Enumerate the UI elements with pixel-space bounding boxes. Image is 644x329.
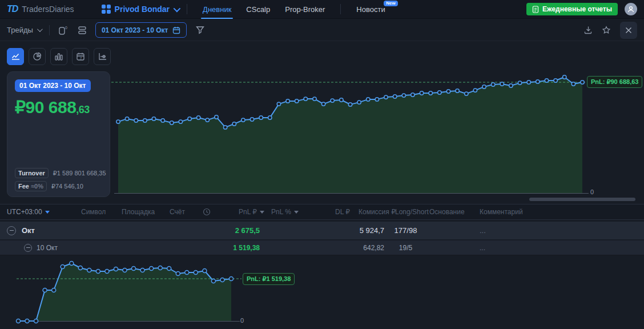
close-icon (625, 27, 632, 34)
filter-funnel-icon[interactable] (196, 26, 204, 34)
col-pnl-rub[interactable]: PnL ₽ (239, 204, 264, 219)
day-pnl-chart[interactable] (11, 256, 263, 327)
view-selector-trades[interactable]: Трейды (7, 26, 41, 34)
calendar-view-tab[interactable]: 7 (72, 48, 89, 65)
main-pnl-flag: PnL: ₽90 688,63 (587, 76, 642, 88)
calendar-icon (172, 26, 180, 34)
collapse-minus-icon[interactable] (7, 222, 16, 239)
layout-rows-icon[interactable] (77, 25, 87, 35)
divider (187, 4, 187, 14)
chevron-down-icon (37, 26, 43, 32)
sort-arrow-icon (260, 211, 264, 214)
col-commission[interactable]: Комиссия ₽ (359, 204, 396, 219)
collapse-minus-icon[interactable] (24, 240, 32, 255)
bar-chart-tab[interactable] (50, 48, 67, 65)
col-time clock-icon[interactable] (203, 204, 211, 219)
daily-reports-button[interactable]: Ежедневные отчеты (526, 3, 618, 15)
row-comment: ... (480, 240, 485, 255)
fee-label: Fee ≈0% (15, 181, 47, 191)
traders-diaries-app: TD TradersDiaries Privod Bondar Дневник … (0, 0, 644, 329)
row-long-short-value: 19/5 (393, 240, 418, 255)
row-pnl-value: 2 675,5 (217, 222, 260, 239)
sort-arrow-icon (45, 211, 50, 214)
trades-table-header: UTC+03:00 Символ Площадка Счёт PnL ₽ PnL… (0, 204, 644, 220)
row-period-name: Окт (22, 222, 35, 239)
col-dl[interactable]: DL ₽ (335, 204, 350, 219)
user-avatar-icon[interactable] (625, 3, 637, 15)
period-pnl-value: ₽90 688,63 (15, 97, 90, 117)
tab-prop-broker[interactable]: Prop-Broker (277, 0, 332, 19)
download-icon[interactable] (584, 26, 593, 34)
document-report-icon (532, 6, 539, 13)
divider (340, 4, 341, 14)
period-badge[interactable]: 01 Окт 2023 - 10 Окт (15, 79, 91, 92)
tab-diary[interactable]: Дневник (195, 0, 239, 19)
bar-chart-icon (54, 52, 63, 61)
row-commission-value: 642,82 (341, 240, 384, 255)
app-logo[interactable]: TD TradersDiaries (7, 4, 74, 14)
day-chart-zero-label: 0 (240, 317, 244, 324)
day-pnl-flag: PnL: ₽1 519,38 (243, 273, 295, 285)
workspace-name: Privod Bondar (115, 5, 170, 14)
row-pnl-value: 1 519,38 (217, 240, 260, 255)
star-icon[interactable] (602, 26, 611, 35)
calendar-week-icon: 7 (76, 52, 85, 61)
col-pnl-pct[interactable]: PnL % (271, 204, 299, 219)
chart-type-switcher: 7 (7, 48, 111, 65)
period-summary-card: 01 Окт 2023 - 10 Окт ₽90 688,63 Turnover… (7, 71, 110, 197)
fee-value: ₽74 546,10 (51, 183, 83, 190)
table-row-month[interactable]: Окт 2 675,5 5 924,7 177/98 ... (0, 222, 644, 239)
col-account[interactable]: Счёт (170, 204, 185, 219)
app-title: TradersDiaries (22, 5, 74, 14)
tab-news[interactable]: Новости New (349, 0, 392, 19)
turnover-value: ₽1 589 801 668,35 (53, 170, 106, 177)
tab-cscalp[interactable]: CScalp (239, 0, 277, 19)
col-basis[interactable]: Основание (429, 204, 465, 219)
line-chart-tab[interactable] (7, 48, 24, 65)
main-tabs: Дневник CScalp Prop-Broker Новости New (195, 0, 393, 19)
row-long-short-value: 177/98 (393, 222, 418, 239)
date-range-picker[interactable]: 01 Окт 2023 - 10 Окт (95, 22, 187, 38)
benchmark-chart-icon (98, 52, 107, 61)
col-symbol[interactable]: Символ (81, 204, 106, 219)
turnover-label: Turnover (15, 168, 49, 178)
positions-icon[interactable]: 0 (58, 25, 69, 35)
fee-stat: Fee ≈0% ₽74 546,10 (15, 181, 83, 191)
col-comment[interactable]: Комментарий (480, 204, 523, 219)
table-row-day[interactable]: 10 Окт 1 519,38 642,82 19/5 ... (0, 240, 644, 255)
pie-chart-tab[interactable] (29, 48, 46, 65)
close-button[interactable] (620, 22, 637, 39)
briefcase-grid-icon (102, 5, 111, 14)
col-venue[interactable]: Площадка (122, 204, 155, 219)
turnover-stat: Turnover ₽1 589 801 668,35 (15, 168, 106, 178)
sort-arrow-icon (294, 211, 299, 214)
col-long-short[interactable]: Long/Short (395, 204, 429, 219)
row-commission-value: 5 924,7 (341, 222, 384, 239)
main-pnl-chart[interactable] (111, 73, 591, 195)
svg-text:7: 7 (80, 57, 82, 60)
utc-offset-selector[interactable]: UTC+03:00 (7, 204, 50, 219)
new-badge: New (384, 1, 397, 6)
top-navigation-bar: TD TradersDiaries Privod Bondar Дневник … (0, 0, 644, 19)
divider (49, 25, 50, 35)
row-comment: ... (480, 222, 486, 239)
line-chart-icon (11, 52, 21, 61)
view-toolbar: Трейды 0 01 Окт 2023 - 10 Окт (0, 19, 644, 41)
main-chart-zero-label: 0 (590, 188, 594, 195)
chart-horizontal-scrollbar[interactable] (529, 198, 635, 201)
logo-td-icon: TD (7, 4, 18, 14)
benchmark-chart-tab[interactable] (94, 48, 111, 65)
chevron-down-icon (174, 5, 181, 12)
svg-text:0: 0 (65, 25, 67, 29)
row-period-name: 10 Окт (37, 240, 58, 255)
pie-chart-icon (33, 52, 42, 61)
workspace-selector[interactable]: Privod Bondar (102, 5, 179, 14)
